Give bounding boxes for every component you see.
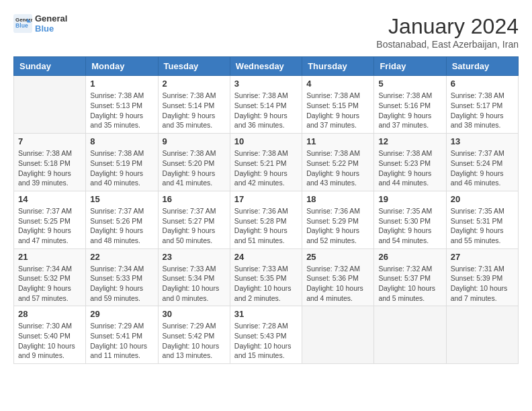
header-sunday: Sunday xyxy=(14,57,86,76)
header-wednesday: Wednesday xyxy=(230,57,302,76)
day-info: Sunrise: 7:32 AMSunset: 5:37 PMDaylight:… xyxy=(378,264,441,304)
day-number: 3 xyxy=(234,79,298,89)
day-info: Sunrise: 7:38 AMSunset: 5:23 PMDaylight:… xyxy=(378,148,441,188)
day-info: Sunrise: 7:36 AMSunset: 5:28 PMDaylight:… xyxy=(234,206,298,246)
header-friday: Friday xyxy=(374,57,446,76)
day-number: 14 xyxy=(18,194,81,204)
logo-text-line1: General xyxy=(35,13,67,24)
calendar-cell-w3-d2: 15Sunrise: 7:37 AMSunset: 5:26 PMDayligh… xyxy=(86,191,158,248)
day-number: 21 xyxy=(18,252,81,262)
calendar-cell-w5-d5 xyxy=(302,306,374,364)
calendar-header: Sunday Monday Tuesday Wednesday Thursday… xyxy=(14,57,519,76)
calendar-cell-w3-d5: 18Sunrise: 7:36 AMSunset: 5:29 PMDayligh… xyxy=(302,191,374,248)
logo: General Blue General Blue xyxy=(13,13,67,34)
calendar-cell-w1-d7: 6Sunrise: 7:38 AMSunset: 5:17 PMDaylight… xyxy=(446,76,518,134)
day-info: Sunrise: 7:37 AMSunset: 5:27 PMDaylight:… xyxy=(163,206,226,246)
day-number: 20 xyxy=(451,194,514,204)
calendar-cell-w1-d2: 1Sunrise: 7:38 AMSunset: 5:13 PMDaylight… xyxy=(86,76,158,134)
day-info: Sunrise: 7:37 AMSunset: 5:25 PMDaylight:… xyxy=(18,206,81,246)
calendar-cell-w2-d6: 12Sunrise: 7:38 AMSunset: 5:23 PMDayligh… xyxy=(374,134,446,191)
day-info: Sunrise: 7:32 AMSunset: 5:36 PMDaylight:… xyxy=(306,264,369,304)
day-number: 16 xyxy=(163,194,226,204)
calendar-cell-w1-d6: 5Sunrise: 7:38 AMSunset: 5:16 PMDaylight… xyxy=(374,76,446,134)
day-number: 26 xyxy=(378,252,441,262)
day-number: 18 xyxy=(306,194,369,204)
logo-text-line2: Blue xyxy=(35,24,67,34)
day-info: Sunrise: 7:38 AMSunset: 5:15 PMDaylight:… xyxy=(306,91,369,130)
calendar-cell-w1-d3: 2Sunrise: 7:38 AMSunset: 5:14 PMDaylight… xyxy=(158,76,230,134)
calendar-cell-w2-d2: 8Sunrise: 7:38 AMSunset: 5:19 PMDaylight… xyxy=(86,134,158,191)
day-number: 19 xyxy=(378,194,441,204)
day-info: Sunrise: 7:38 AMSunset: 5:18 PMDaylight:… xyxy=(18,148,81,188)
calendar-cell-w4-d4: 24Sunrise: 7:33 AMSunset: 5:35 PMDayligh… xyxy=(230,248,302,306)
week-row-2: 7Sunrise: 7:38 AMSunset: 5:18 PMDaylight… xyxy=(14,134,519,191)
calendar-cell-w4-d2: 22Sunrise: 7:34 AMSunset: 5:33 PMDayligh… xyxy=(86,248,158,306)
day-number: 15 xyxy=(90,194,153,204)
calendar-cell-w2-d5: 11Sunrise: 7:38 AMSunset: 5:22 PMDayligh… xyxy=(302,134,374,191)
day-number: 4 xyxy=(306,79,369,89)
calendar-cell-w3-d1: 14Sunrise: 7:37 AMSunset: 5:25 PMDayligh… xyxy=(14,191,86,248)
day-number: 29 xyxy=(90,309,153,319)
day-number: 11 xyxy=(306,136,369,146)
calendar-cell-w5-d3: 30Sunrise: 7:29 AMSunset: 5:42 PMDayligh… xyxy=(158,306,230,364)
day-info: Sunrise: 7:38 AMSunset: 5:14 PMDaylight:… xyxy=(234,91,298,130)
calendar-cell-w5-d2: 29Sunrise: 7:29 AMSunset: 5:41 PMDayligh… xyxy=(86,306,158,364)
day-number: 1 xyxy=(90,79,153,89)
calendar-cell-w4-d7: 27Sunrise: 7:31 AMSunset: 5:39 PMDayligh… xyxy=(446,248,518,306)
day-info: Sunrise: 7:38 AMSunset: 5:21 PMDaylight:… xyxy=(234,148,298,188)
calendar-cell-w3-d4: 17Sunrise: 7:36 AMSunset: 5:28 PMDayligh… xyxy=(230,191,302,248)
calendar-cell-w4-d5: 25Sunrise: 7:32 AMSunset: 5:36 PMDayligh… xyxy=(302,248,374,306)
day-info: Sunrise: 7:38 AMSunset: 5:20 PMDaylight:… xyxy=(163,148,226,188)
day-number: 6 xyxy=(451,79,514,89)
day-info: Sunrise: 7:33 AMSunset: 5:35 PMDaylight:… xyxy=(234,264,298,304)
day-info: Sunrise: 7:35 AMSunset: 5:30 PMDaylight:… xyxy=(378,206,441,246)
day-number: 25 xyxy=(306,252,369,262)
calendar-cell-w1-d5: 4Sunrise: 7:38 AMSunset: 5:15 PMDaylight… xyxy=(302,76,374,134)
calendar-cell-w5-d4: 31Sunrise: 7:28 AMSunset: 5:43 PMDayligh… xyxy=(230,306,302,364)
day-info: Sunrise: 7:30 AMSunset: 5:40 PMDaylight:… xyxy=(18,321,81,361)
day-number: 10 xyxy=(234,136,298,146)
day-info: Sunrise: 7:38 AMSunset: 5:13 PMDaylight:… xyxy=(90,91,153,130)
week-row-5: 28Sunrise: 7:30 AMSunset: 5:40 PMDayligh… xyxy=(14,306,519,364)
header-row: Sunday Monday Tuesday Wednesday Thursday… xyxy=(14,57,519,76)
day-number: 2 xyxy=(163,79,226,89)
week-row-4: 21Sunrise: 7:34 AMSunset: 5:32 PMDayligh… xyxy=(14,248,519,306)
day-number: 5 xyxy=(378,79,441,89)
day-info: Sunrise: 7:37 AMSunset: 5:24 PMDaylight:… xyxy=(451,148,514,188)
day-number: 9 xyxy=(163,136,226,146)
calendar-cell-w4-d6: 26Sunrise: 7:32 AMSunset: 5:37 PMDayligh… xyxy=(374,248,446,306)
calendar-cell-w3-d3: 16Sunrise: 7:37 AMSunset: 5:27 PMDayligh… xyxy=(158,191,230,248)
day-info: Sunrise: 7:34 AMSunset: 5:32 PMDaylight:… xyxy=(18,264,81,304)
day-number: 28 xyxy=(18,309,81,319)
day-info: Sunrise: 7:38 AMSunset: 5:19 PMDaylight:… xyxy=(90,148,153,188)
location-subtitle: Bostanabad, East Azerbaijan, Iran xyxy=(376,39,519,50)
week-row-3: 14Sunrise: 7:37 AMSunset: 5:25 PMDayligh… xyxy=(14,191,519,248)
day-info: Sunrise: 7:34 AMSunset: 5:33 PMDaylight:… xyxy=(90,264,153,304)
day-info: Sunrise: 7:33 AMSunset: 5:34 PMDaylight:… xyxy=(163,264,226,304)
calendar-cell-w3-d7: 20Sunrise: 7:35 AMSunset: 5:31 PMDayligh… xyxy=(446,191,518,248)
day-number: 22 xyxy=(90,252,153,262)
svg-text:Blue: Blue xyxy=(15,22,28,29)
header-thursday: Thursday xyxy=(302,57,374,76)
calendar-cell-w1-d4: 3Sunrise: 7:38 AMSunset: 5:14 PMDaylight… xyxy=(230,76,302,134)
calendar-cell-w2-d1: 7Sunrise: 7:38 AMSunset: 5:18 PMDaylight… xyxy=(14,134,86,191)
month-title: January 2024 xyxy=(376,13,519,39)
header-saturday: Saturday xyxy=(446,57,518,76)
day-number: 17 xyxy=(234,194,298,204)
day-number: 13 xyxy=(451,136,514,146)
calendar-cell-w1-d1 xyxy=(14,76,86,134)
day-number: 12 xyxy=(378,136,441,146)
day-info: Sunrise: 7:28 AMSunset: 5:43 PMDaylight:… xyxy=(234,321,298,361)
day-info: Sunrise: 7:38 AMSunset: 5:22 PMDaylight:… xyxy=(306,148,369,188)
title-block: January 2024 Bostanabad, East Azerbaijan… xyxy=(376,13,519,50)
calendar-cell-w2-d3: 9Sunrise: 7:38 AMSunset: 5:20 PMDaylight… xyxy=(158,134,230,191)
calendar-cell-w4-d3: 23Sunrise: 7:33 AMSunset: 5:34 PMDayligh… xyxy=(158,248,230,306)
day-number: 8 xyxy=(90,136,153,146)
day-number: 27 xyxy=(451,252,514,262)
day-info: Sunrise: 7:31 AMSunset: 5:39 PMDaylight:… xyxy=(451,264,514,304)
day-info: Sunrise: 7:29 AMSunset: 5:42 PMDaylight:… xyxy=(163,321,226,361)
header-tuesday: Tuesday xyxy=(158,57,230,76)
day-info: Sunrise: 7:36 AMSunset: 5:29 PMDaylight:… xyxy=(306,206,369,246)
day-info: Sunrise: 7:38 AMSunset: 5:17 PMDaylight:… xyxy=(451,91,514,130)
calendar-cell-w2-d7: 13Sunrise: 7:37 AMSunset: 5:24 PMDayligh… xyxy=(446,134,518,191)
